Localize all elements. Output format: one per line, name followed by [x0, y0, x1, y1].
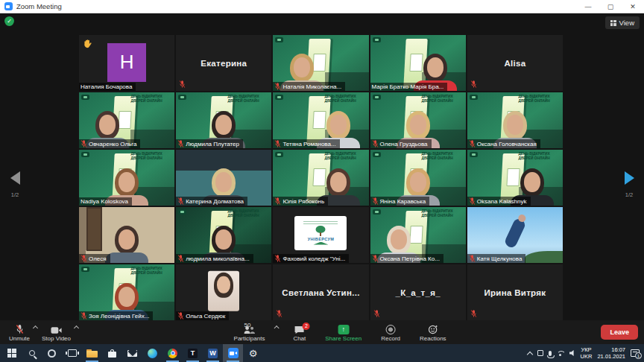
participant-tile[interactable]: Светлана Устин...: [273, 264, 368, 320]
chat-button[interactable]: 2 Chat: [287, 320, 312, 344]
share-screen-button[interactable]: ↑ Share Screen: [319, 320, 367, 344]
participant-name: людмила миколаївна...: [186, 255, 249, 263]
participant-tile[interactable]: ДЕНЬ ВІДКРИТИХ ДВЕРЕЙ ОНЛАЙНЯніна Каравс…: [370, 150, 466, 206]
camera-icon: [51, 323, 62, 334]
open-day-banner: ДЕНЬ ВІДКРИТИХ ДВЕРЕЙ ОНЛАЙН: [226, 95, 261, 103]
participant-tile[interactable]: Олеся: [79, 207, 174, 263]
participant-tile[interactable]: ДЕНЬ ВІДКРИТИХ ДВЕРЕЙ ОНЛАЙНОлена Груздь…: [370, 92, 466, 148]
video-menu-caret-icon[interactable]: [74, 326, 79, 331]
participant-tile[interactable]: ДЕНЬ ВІДКРИТИХ ДВЕРЕЙ ОНЛАЙНЗоя Леонідів…: [79, 264, 174, 320]
settings-taskbar-icon[interactable]: ⚙: [243, 344, 263, 362]
raised-hand-icon: [83, 38, 92, 51]
muted-mic-icon: [372, 139, 379, 148]
network-icon[interactable]: [557, 351, 564, 356]
participant-tile[interactable]: Наталія Миколаєна...: [273, 35, 368, 91]
zoom-toolbar: Unmute Stop Video 50: [0, 320, 644, 344]
gallery-next-button[interactable]: 1/2: [614, 171, 644, 198]
participant-tile[interactable]: УНІВЕРСУМФаховий коледж "Уні...: [273, 207, 368, 263]
minimize-button[interactable]: —: [577, 0, 599, 13]
zoom-app-icon: [4, 2, 13, 10]
taskbar-clock[interactable]: 16:07 21.01.2021: [597, 346, 625, 360]
college-logo: УНІВЕРСУМ: [294, 216, 347, 250]
page-indicator-right: 1/2: [614, 191, 644, 198]
muted-mic-icon: [469, 139, 476, 148]
participant-tile[interactable]: ДЕНЬ ВІДКРИТИХ ДВЕРЕЙ ОНЛАЙНЛюдмила Плут…: [176, 92, 271, 148]
close-button[interactable]: ✕: [622, 0, 644, 13]
encryption-shield-icon[interactable]: ✓: [4, 16, 14, 26]
tray-microphone-icon[interactable]: [549, 351, 552, 356]
participant-tile[interactable]: ДЕНЬ ВІДКРИТИХ ДВЕРЕЙ ОНЛАЙНЮлія Рябокон…: [273, 150, 368, 206]
participant-name: Наталия Бочарова: [80, 83, 132, 91]
edge-taskbar-icon[interactable]: [142, 344, 162, 362]
file-explorer-taskbar-icon[interactable]: [82, 344, 102, 362]
participant-tile[interactable]: Екатерина: [176, 35, 271, 91]
maximize-button[interactable]: ▢: [599, 0, 622, 13]
participant-tile[interactable]: ДЕНЬ ВІДКРИТИХ ДВЕРЕЙ ОНЛАЙНOksana Kalas…: [467, 150, 563, 206]
participant-tile[interactable]: ДЕНЬ ВІДКРИТИХ ДВЕРЕЙ ОНЛАЙНТетяна Роман…: [273, 92, 368, 148]
participant-tile[interactable]: ДЕНЬ ВІДКРИТИХ ДВЕРЕЙ ОНЛАЙНОксана Голов…: [467, 92, 563, 148]
participants-label: Participants: [234, 335, 265, 342]
participant-name: Тетяна Романова...: [282, 140, 335, 148]
college-logo-badge: [373, 95, 381, 100]
participant-tile[interactable]: ДЕНЬ ВІДКРИТИХ ДВЕРЕЙ ОНЛАЙНОксана Петрі…: [370, 207, 466, 263]
record-button[interactable]: Record: [375, 320, 406, 344]
room-door: [86, 207, 102, 251]
word-taskbar-icon[interactable]: W: [203, 344, 223, 362]
cortana-taskbar-icon[interactable]: [42, 344, 62, 362]
college-logo-badge: [81, 152, 89, 157]
college-logo-badge: [373, 152, 381, 157]
zoom-taskbar-icon[interactable]: [223, 344, 243, 362]
participant-tile[interactable]: Ирина Витряк: [467, 264, 563, 320]
muted-mic-icon: [470, 309, 477, 318]
participant-tile[interactable]: ДЕНЬ ВІДКРИТИХ ДВЕРЕЙ ОНЛАЙНлюдмила мико…: [176, 207, 271, 263]
participants-button[interactable]: 50 Participants: [228, 320, 280, 344]
open-day-banner: ДЕНЬ ВІДКРИТИХ ДВЕРЕЙ ОНЛАЙН: [420, 95, 455, 103]
reactions-button[interactable]: Reactions: [414, 320, 452, 344]
t-app-taskbar-icon[interactable]: T: [183, 344, 203, 362]
language-indicator[interactable]: УКР UKR: [581, 346, 593, 360]
chrome-taskbar-icon[interactable]: [162, 344, 183, 362]
participant-tile[interactable]: ДЕНЬ ВІДКРИТИХ ДВЕРЕЙ ОНЛАЙНNadiya Kolos…: [79, 150, 174, 206]
muted-mic-icon: [177, 311, 184, 320]
open-day-banner: ДЕНЬ ВІДКРИТИХ ДВЕРЕЙ ОНЛАЙН: [420, 152, 455, 160]
participant-tile[interactable]: Ольга Сердюк: [176, 264, 271, 320]
tray-app-icon[interactable]: [537, 350, 543, 356]
tree-icon: [315, 226, 326, 236]
taskbar-app-icons: TW⚙: [1, 344, 263, 362]
clock-date: 21.01.2021: [597, 353, 625, 360]
volume-icon[interactable]: [569, 350, 575, 356]
avatar: Н: [107, 42, 146, 81]
participant-name: Nadiya Koloskova: [80, 197, 128, 206]
participants-menu-caret-icon[interactable]: [274, 326, 279, 331]
participant-tile[interactable]: ННаталия Бочарова: [79, 35, 174, 91]
participant-tile[interactable]: Катерина Долматова: [176, 150, 271, 206]
participant-tile[interactable]: _К_а_т_я_: [370, 264, 466, 320]
muted-mic-icon: [80, 139, 87, 148]
search-taskbar-icon[interactable]: [22, 344, 42, 362]
participant-tile[interactable]: Катя Щелкунова: [467, 207, 563, 263]
participant-tile[interactable]: Марія Братко Марія Бра...: [370, 35, 466, 91]
window-controls: — ▢ ✕: [577, 0, 644, 13]
action-center-icon[interactable]: 1: [631, 349, 640, 357]
unmute-button[interactable]: Unmute: [3, 320, 36, 344]
leave-button[interactable]: Leave: [601, 325, 638, 340]
mail-taskbar-icon[interactable]: [122, 344, 142, 362]
participant-name: Оксана Петрівна Ко...: [380, 255, 440, 263]
view-button[interactable]: View: [605, 16, 640, 29]
task-view-taskbar-icon[interactable]: [62, 344, 82, 362]
gallery-prev-button[interactable]: 1/2: [0, 171, 30, 198]
participant-tile[interactable]: Alisa: [467, 35, 563, 91]
clock-time: 16:07: [611, 346, 625, 353]
start-taskbar-icon[interactable]: [1, 344, 22, 362]
reactions-icon: [428, 323, 438, 334]
avatar: [208, 270, 239, 311]
store-taskbar-icon[interactable]: [102, 344, 122, 362]
participant-video-person: [104, 226, 150, 263]
participant-name-label: Овчаренко Ольга: [79, 139, 140, 148]
tray-expand-caret-icon[interactable]: [526, 351, 532, 357]
stop-video-button[interactable]: Stop Video: [36, 320, 77, 344]
participant-name-label: Юлія Рябоконь: [273, 197, 328, 206]
share-screen-icon: ↑: [338, 325, 349, 334]
participant-tile[interactable]: ДЕНЬ ВІДКРИТИХ ДВЕРЕЙ ОНЛАЙНОвчаренко Ол…: [79, 92, 174, 148]
muted-mic-icon: [274, 139, 281, 148]
